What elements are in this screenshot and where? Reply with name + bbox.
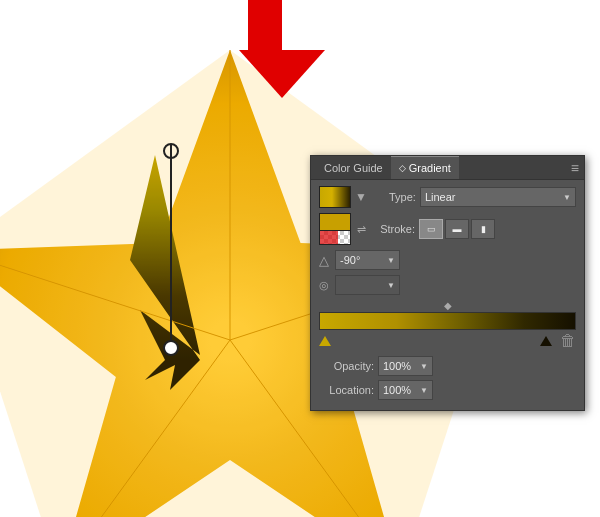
tab-color-guide[interactable]: Color Guide	[316, 156, 391, 179]
gradient-line-bottom-handle[interactable]	[163, 340, 179, 356]
color-guide-label: Color Guide	[324, 162, 383, 174]
location-row: Location: 100% ▼	[319, 380, 576, 400]
location-value: 100%	[383, 384, 411, 396]
gradient-color-bar[interactable]	[319, 312, 576, 330]
stroke-btn-3[interactable]: ▮	[471, 219, 495, 239]
gradient-panel: Color Guide ◇ Gradient ≡ ▼ Type: Linear …	[310, 155, 585, 411]
gradient-line	[170, 145, 172, 350]
opacity-input[interactable]: 100% ▼	[378, 356, 433, 376]
gradient-bar-container: ◆ 🗑	[319, 300, 576, 352]
stroke-icon-1: ▭	[427, 224, 436, 234]
stroke-btn-2[interactable]: ▬	[445, 219, 469, 239]
aspect-input[interactable]: ▼	[335, 275, 400, 295]
tab-gradient[interactable]: ◇ Gradient	[391, 156, 459, 179]
aspect-row: ◎ ▼	[319, 275, 576, 295]
stroke-btn-1[interactable]: ▭	[419, 219, 443, 239]
delete-stop-button[interactable]: 🗑	[560, 332, 576, 350]
angle-icon: △	[319, 253, 329, 268]
location-label: Location:	[319, 384, 374, 396]
gradient-tab-icon: ◇	[399, 163, 406, 173]
gradient-tab-label: Gradient	[409, 162, 451, 174]
aspect-dropdown-arrow: ▼	[387, 281, 395, 290]
opacity-row: Opacity: 100% ▼	[319, 356, 576, 376]
gradient-stop-right[interactable]	[540, 336, 552, 346]
stroke-row: ⇌ Stroke: ▭ ▬ ▮	[319, 213, 576, 245]
gradient-swatch-preview[interactable]	[319, 186, 351, 208]
swatch-arrow[interactable]: ▼	[355, 190, 367, 204]
aspect-icon: ◎	[319, 279, 329, 292]
opacity-label: Opacity:	[319, 360, 374, 372]
stroke-label: Stroke:	[370, 223, 415, 235]
panel-menu-button[interactable]: ≡	[571, 160, 579, 176]
angle-row: △ -90° ▼	[319, 250, 576, 270]
angle-value: -90°	[340, 254, 360, 266]
location-dropdown-arrow: ▼	[420, 386, 428, 395]
angle-input[interactable]: -90° ▼	[335, 250, 400, 270]
location-input[interactable]: 100% ▼	[378, 380, 433, 400]
type-label: Type:	[371, 191, 416, 203]
gradient-stop-left[interactable]	[319, 336, 331, 346]
stroke-color-swatch[interactable]	[319, 213, 351, 245]
reverse-gradient-btn[interactable]: ⇌	[357, 223, 366, 236]
opacity-dropdown-arrow: ▼	[420, 362, 428, 371]
angle-dropdown-arrow: ▼	[387, 256, 395, 265]
type-dropdown[interactable]: Linear ▼	[420, 187, 576, 207]
type-value: Linear	[425, 191, 456, 203]
stroke-icon-2: ▬	[453, 224, 462, 234]
stroke-button-group: ▭ ▬ ▮	[419, 219, 495, 239]
panel-body: ▼ Type: Linear ▼ ⇌ Stroke: ▭	[311, 180, 584, 410]
type-row: ▼ Type: Linear ▼	[319, 186, 576, 208]
gradient-midpoint-handle[interactable]: ◆	[444, 300, 452, 311]
panel-tabs: Color Guide ◇ Gradient ≡	[311, 156, 584, 180]
type-dropdown-arrow: ▼	[563, 193, 571, 202]
opacity-value: 100%	[383, 360, 411, 372]
gradient-line-top-handle[interactable]	[163, 143, 179, 159]
stroke-icon-3: ▮	[481, 224, 486, 234]
